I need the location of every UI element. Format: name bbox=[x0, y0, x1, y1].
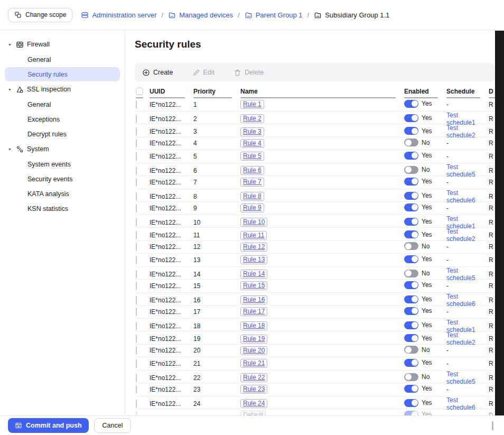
row-checkbox[interactable] bbox=[136, 152, 137, 161]
rule-name-link[interactable]: Rule 24 bbox=[240, 399, 267, 408]
enabled-toggle[interactable] bbox=[404, 385, 418, 393]
column-header-schedule[interactable]: Schedule bbox=[446, 84, 489, 98]
enabled-toggle[interactable] bbox=[404, 359, 418, 367]
enabled-toggle[interactable] bbox=[404, 192, 418, 200]
rule-name-link[interactable]: Rule 17 bbox=[240, 307, 267, 316]
row-checkbox[interactable] bbox=[136, 204, 137, 212]
schedule-link[interactable]: Test schedule2 bbox=[446, 228, 475, 243]
delete-button[interactable]: Delete bbox=[234, 69, 264, 77]
enabled-toggle[interactable] bbox=[404, 178, 418, 186]
rule-name-link[interactable]: Default bbox=[240, 411, 266, 415]
row-checkbox[interactable] bbox=[136, 218, 137, 227]
change-scope-button[interactable]: Change scope bbox=[8, 8, 72, 22]
row-checkbox[interactable] bbox=[136, 100, 137, 109]
row-checkbox[interactable] bbox=[136, 411, 137, 415]
row-checkbox[interactable] bbox=[136, 359, 137, 368]
schedule-link[interactable]: Test schedule5 bbox=[446, 371, 475, 385]
sidebar-item-firewall-general[interactable]: General bbox=[5, 52, 120, 67]
row-checkbox[interactable] bbox=[136, 385, 137, 394]
rule-name-link[interactable]: Rule 20 bbox=[240, 346, 267, 355]
sidebar-item-system-ksn-statistics[interactable]: KSN statistics bbox=[5, 201, 120, 216]
enabled-toggle[interactable] bbox=[404, 218, 418, 226]
row-checkbox[interactable] bbox=[136, 282, 137, 290]
sidebar-item-system-security-events[interactable]: Security events bbox=[5, 172, 120, 186]
column-header-name[interactable]: Name bbox=[240, 84, 404, 98]
rule-name-link[interactable]: Rule 21 bbox=[240, 359, 267, 368]
schedule-link[interactable]: Test schedule5 bbox=[446, 163, 475, 178]
row-checkbox[interactable] bbox=[136, 139, 137, 147]
enabled-toggle[interactable] bbox=[404, 373, 418, 381]
rule-name-link[interactable]: Rule 6 bbox=[240, 166, 264, 175]
enabled-toggle[interactable] bbox=[404, 100, 418, 108]
enabled-toggle[interactable] bbox=[404, 114, 418, 122]
sidebar-item-ssl-inspection-general[interactable]: General bbox=[5, 97, 120, 112]
rule-name-link[interactable]: Rule 23 bbox=[240, 385, 267, 394]
breadcrumb-link-parent-group-1[interactable]: Parent Group 1 bbox=[245, 11, 303, 19]
rule-name-link[interactable]: Rule 4 bbox=[240, 139, 264, 148]
rule-name-link[interactable]: Rule 9 bbox=[240, 203, 264, 212]
row-checkbox[interactable] bbox=[136, 115, 137, 123]
column-header-priority[interactable]: Priority bbox=[193, 84, 240, 98]
sidebar-section-firewall[interactable]: Firewall bbox=[0, 37, 125, 52]
sidebar-section-ssl-inspection[interactable]: SSL inspection bbox=[0, 82, 125, 97]
sidebar-item-ssl-inspection-decrypt-rules[interactable]: Decrypt rules bbox=[5, 127, 120, 141]
rule-name-link[interactable]: Rule 22 bbox=[240, 373, 267, 382]
enabled-toggle[interactable] bbox=[404, 255, 418, 263]
breadcrumb-link-administration-server[interactable]: Administration server bbox=[81, 11, 156, 19]
sidebar-item-firewall-security-rules[interactable]: Security rules bbox=[5, 67, 120, 81]
enabled-toggle[interactable] bbox=[404, 166, 418, 174]
row-checkbox[interactable] bbox=[136, 308, 137, 316]
rule-name-link[interactable]: Rule 15 bbox=[240, 281, 267, 290]
rule-name-link[interactable]: Rule 8 bbox=[240, 192, 264, 201]
rule-name-link[interactable]: Rule 11 bbox=[240, 231, 267, 240]
enabled-toggle[interactable] bbox=[404, 281, 418, 289]
enabled-toggle[interactable] bbox=[404, 334, 418, 342]
rule-name-link[interactable]: Rule 1 bbox=[240, 100, 264, 109]
cancel-button[interactable]: Cancel bbox=[94, 418, 132, 433]
sidebar-item-system-system-events[interactable]: System events bbox=[5, 157, 120, 171]
enabled-toggle[interactable] bbox=[404, 307, 418, 315]
enabled-toggle[interactable] bbox=[404, 399, 418, 407]
commit-and-push-button[interactable]: Commit and push bbox=[8, 418, 89, 433]
sidebar-section-system[interactable]: System bbox=[0, 142, 125, 156]
scrollbar-thumb[interactable] bbox=[492, 421, 493, 430]
rule-name-link[interactable]: Rule 13 bbox=[240, 255, 267, 264]
sidebar-item-system-kata-analysis[interactable]: KATA analysis bbox=[5, 187, 120, 201]
breadcrumb-link-managed-devices[interactable]: Managed devices bbox=[168, 11, 233, 19]
schedule-link[interactable]: Test schedule6 bbox=[446, 293, 475, 308]
row-checkbox[interactable] bbox=[136, 231, 137, 239]
row-checkbox[interactable] bbox=[136, 243, 137, 251]
enabled-toggle[interactable] bbox=[404, 411, 418, 415]
row-checkbox[interactable] bbox=[136, 256, 137, 264]
enabled-toggle[interactable] bbox=[404, 127, 418, 135]
row-checkbox[interactable] bbox=[136, 296, 137, 304]
row-checkbox[interactable] bbox=[136, 400, 137, 408]
schedule-link[interactable]: Test schedule5 bbox=[446, 267, 475, 282]
select-all-checkbox[interactable] bbox=[136, 88, 143, 95]
rule-name-link[interactable]: Rule 2 bbox=[240, 114, 264, 123]
column-header-uuid[interactable]: UUID bbox=[150, 84, 193, 98]
rule-name-link[interactable]: Rule 18 bbox=[240, 321, 267, 330]
enabled-toggle[interactable] bbox=[404, 270, 418, 277]
enabled-toggle[interactable] bbox=[404, 203, 418, 211]
schedule-link[interactable]: Test schedule2 bbox=[446, 124, 475, 139]
rule-name-link[interactable]: Rule 19 bbox=[240, 335, 267, 344]
rule-name-link[interactable]: Rule 10 bbox=[240, 218, 267, 227]
rule-name-link[interactable]: Rule 16 bbox=[240, 295, 267, 304]
row-checkbox[interactable] bbox=[136, 178, 137, 187]
row-checkbox[interactable] bbox=[136, 166, 137, 175]
sidebar-item-ssl-inspection-exceptions[interactable]: Exceptions bbox=[5, 112, 120, 126]
enabled-toggle[interactable] bbox=[404, 152, 418, 160]
row-checkbox[interactable] bbox=[136, 322, 137, 330]
enabled-toggle[interactable] bbox=[404, 242, 418, 250]
row-checkbox[interactable] bbox=[136, 192, 137, 201]
column-header-enabled[interactable]: Enabled bbox=[404, 84, 446, 98]
create-button[interactable]: Create bbox=[142, 69, 173, 77]
rule-name-link[interactable]: Rule 5 bbox=[240, 152, 264, 161]
enabled-toggle[interactable] bbox=[404, 346, 418, 354]
schedule-link[interactable]: Test schedule6 bbox=[446, 189, 475, 204]
row-checkbox[interactable] bbox=[136, 346, 137, 355]
rule-name-link[interactable]: Rule 3 bbox=[240, 127, 264, 136]
rule-name-link[interactable]: Rule 14 bbox=[240, 270, 267, 279]
edit-button[interactable]: Edit bbox=[192, 69, 215, 77]
